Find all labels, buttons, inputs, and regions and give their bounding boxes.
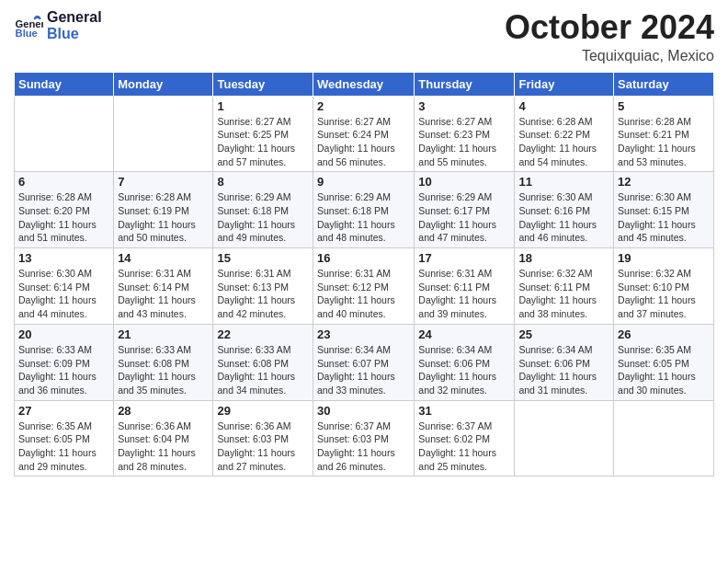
day-number: 18 (518, 251, 609, 265)
calendar-cell (614, 400, 714, 477)
day-number: 27 (18, 404, 109, 418)
week-row-4: 20Sunrise: 6:33 AM Sunset: 6:09 PM Dayli… (15, 324, 714, 400)
day-info: Sunrise: 6:28 AM Sunset: 6:22 PM Dayligh… (518, 115, 609, 169)
day-number: 19 (618, 251, 710, 265)
calendar-cell: 1Sunrise: 6:27 AM Sunset: 6:25 PM Daylig… (213, 96, 313, 172)
weekday-header-thursday: Thursday (415, 72, 515, 96)
day-number: 9 (317, 175, 410, 189)
day-number: 5 (618, 99, 710, 113)
day-number: 25 (518, 327, 609, 341)
day-info: Sunrise: 6:28 AM Sunset: 6:21 PM Dayligh… (618, 115, 710, 169)
calendar-cell: 28Sunrise: 6:36 AM Sunset: 6:04 PM Dayli… (114, 400, 213, 477)
day-number: 31 (418, 404, 510, 418)
calendar-cell: 22Sunrise: 6:33 AM Sunset: 6:08 PM Dayli… (213, 324, 313, 400)
calendar-cell: 30Sunrise: 6:37 AM Sunset: 6:03 PM Dayli… (313, 400, 415, 477)
day-info: Sunrise: 6:33 AM Sunset: 6:08 PM Dayligh… (217, 343, 309, 397)
logo: General Blue General Blue (14, 9, 102, 41)
logo-general: General (47, 9, 102, 26)
calendar-cell: 19Sunrise: 6:32 AM Sunset: 6:10 PM Dayli… (614, 248, 714, 325)
calendar-cell: 16Sunrise: 6:31 AM Sunset: 6:12 PM Dayli… (313, 248, 415, 325)
day-number: 4 (518, 99, 609, 113)
weekday-header-row: SundayMondayTuesdayWednesdayThursdayFrid… (15, 72, 714, 96)
day-number: 15 (217, 251, 309, 265)
day-info: Sunrise: 6:37 AM Sunset: 6:03 PM Dayligh… (317, 419, 410, 474)
day-info: Sunrise: 6:31 AM Sunset: 6:13 PM Dayligh… (217, 267, 309, 321)
calendar-cell: 20Sunrise: 6:33 AM Sunset: 6:09 PM Dayli… (15, 324, 114, 400)
calendar-cell (15, 96, 114, 172)
day-number: 12 (618, 175, 710, 189)
calendar-cell: 23Sunrise: 6:34 AM Sunset: 6:07 PM Dayli… (313, 324, 415, 400)
day-info: Sunrise: 6:30 AM Sunset: 6:16 PM Dayligh… (518, 190, 609, 245)
day-number: 14 (118, 251, 209, 265)
calendar-cell: 21Sunrise: 6:33 AM Sunset: 6:08 PM Dayli… (114, 324, 213, 400)
day-number: 29 (217, 404, 309, 418)
logo-blue: Blue (47, 26, 102, 42)
week-row-1: 1Sunrise: 6:27 AM Sunset: 6:25 PM Daylig… (15, 96, 714, 172)
calendar-cell: 12Sunrise: 6:30 AM Sunset: 6:15 PM Dayli… (614, 172, 714, 248)
day-info: Sunrise: 6:28 AM Sunset: 6:19 PM Dayligh… (118, 190, 209, 245)
day-number: 26 (618, 327, 710, 341)
day-info: Sunrise: 6:27 AM Sunset: 6:25 PM Dayligh… (217, 115, 309, 169)
day-number: 10 (418, 175, 510, 189)
calendar-cell: 7Sunrise: 6:28 AM Sunset: 6:19 PM Daylig… (114, 172, 213, 248)
week-row-2: 6Sunrise: 6:28 AM Sunset: 6:20 PM Daylig… (15, 172, 714, 248)
day-number: 30 (317, 404, 410, 418)
calendar-cell: 2Sunrise: 6:27 AM Sunset: 6:24 PM Daylig… (313, 96, 415, 172)
day-number: 7 (118, 175, 209, 189)
day-info: Sunrise: 6:36 AM Sunset: 6:04 PM Dayligh… (118, 419, 209, 474)
day-number: 1 (217, 99, 309, 113)
weekday-header-wednesday: Wednesday (313, 72, 415, 96)
calendar-cell (114, 96, 213, 172)
day-number: 11 (518, 175, 609, 189)
calendar-cell: 25Sunrise: 6:34 AM Sunset: 6:06 PM Dayli… (515, 324, 614, 400)
day-info: Sunrise: 6:32 AM Sunset: 6:10 PM Dayligh… (618, 267, 710, 321)
day-info: Sunrise: 6:30 AM Sunset: 6:14 PM Dayligh… (18, 267, 109, 321)
weekday-header-friday: Friday (515, 72, 614, 96)
month-title: October 2024 (505, 9, 714, 46)
week-row-5: 27Sunrise: 6:35 AM Sunset: 6:05 PM Dayli… (15, 400, 714, 477)
calendar-cell: 9Sunrise: 6:29 AM Sunset: 6:18 PM Daylig… (313, 172, 415, 248)
day-info: Sunrise: 6:29 AM Sunset: 6:18 PM Dayligh… (217, 190, 309, 245)
day-info: Sunrise: 6:33 AM Sunset: 6:09 PM Dayligh… (18, 343, 109, 397)
day-number: 23 (317, 327, 410, 341)
calendar-cell: 24Sunrise: 6:34 AM Sunset: 6:06 PM Dayli… (415, 324, 515, 400)
day-info: Sunrise: 6:27 AM Sunset: 6:23 PM Dayligh… (418, 115, 510, 169)
day-number: 13 (18, 251, 109, 265)
day-info: Sunrise: 6:31 AM Sunset: 6:11 PM Dayligh… (418, 267, 510, 321)
calendar-cell: 27Sunrise: 6:35 AM Sunset: 6:05 PM Dayli… (15, 400, 114, 477)
title-block: October 2024 Tequixquiac, Mexico (505, 9, 714, 64)
calendar-cell: 29Sunrise: 6:36 AM Sunset: 6:03 PM Dayli… (213, 400, 313, 477)
week-row-3: 13Sunrise: 6:30 AM Sunset: 6:14 PM Dayli… (15, 248, 714, 325)
day-number: 21 (118, 327, 209, 341)
calendar-cell: 6Sunrise: 6:28 AM Sunset: 6:20 PM Daylig… (15, 172, 114, 248)
day-info: Sunrise: 6:27 AM Sunset: 6:24 PM Dayligh… (317, 115, 410, 169)
logo-icon: General Blue (14, 11, 43, 40)
calendar-cell: 14Sunrise: 6:31 AM Sunset: 6:14 PM Dayli… (114, 248, 213, 325)
logo-text-block: General Blue (47, 9, 102, 41)
calendar-cell: 10Sunrise: 6:29 AM Sunset: 6:17 PM Dayli… (415, 172, 515, 248)
day-info: Sunrise: 6:31 AM Sunset: 6:12 PM Dayligh… (317, 267, 410, 321)
calendar-cell: 15Sunrise: 6:31 AM Sunset: 6:13 PM Dayli… (213, 248, 313, 325)
day-info: Sunrise: 6:36 AM Sunset: 6:03 PM Dayligh… (217, 419, 309, 474)
day-number: 6 (18, 175, 109, 189)
day-number: 24 (418, 327, 510, 341)
day-info: Sunrise: 6:30 AM Sunset: 6:15 PM Dayligh… (618, 190, 710, 245)
weekday-header-saturday: Saturday (614, 72, 714, 96)
day-info: Sunrise: 6:34 AM Sunset: 6:06 PM Dayligh… (518, 343, 609, 397)
header: General Blue General Blue October 2024 T… (14, 9, 714, 64)
day-info: Sunrise: 6:29 AM Sunset: 6:17 PM Dayligh… (418, 190, 510, 245)
day-info: Sunrise: 6:37 AM Sunset: 6:02 PM Dayligh… (418, 419, 510, 474)
calendar-cell: 3Sunrise: 6:27 AM Sunset: 6:23 PM Daylig… (415, 96, 515, 172)
calendar-cell: 13Sunrise: 6:30 AM Sunset: 6:14 PM Dayli… (15, 248, 114, 325)
day-number: 17 (418, 251, 510, 265)
calendar-cell (515, 400, 614, 477)
day-number: 8 (217, 175, 309, 189)
day-info: Sunrise: 6:35 AM Sunset: 6:05 PM Dayligh… (18, 419, 109, 474)
calendar-table: SundayMondayTuesdayWednesdayThursdayFrid… (14, 72, 714, 477)
day-info: Sunrise: 6:33 AM Sunset: 6:08 PM Dayligh… (118, 343, 209, 397)
calendar-cell: 4Sunrise: 6:28 AM Sunset: 6:22 PM Daylig… (515, 96, 614, 172)
day-info: Sunrise: 6:35 AM Sunset: 6:05 PM Dayligh… (618, 343, 710, 397)
day-number: 20 (18, 327, 109, 341)
calendar-cell: 31Sunrise: 6:37 AM Sunset: 6:02 PM Dayli… (415, 400, 515, 477)
day-number: 16 (317, 251, 410, 265)
